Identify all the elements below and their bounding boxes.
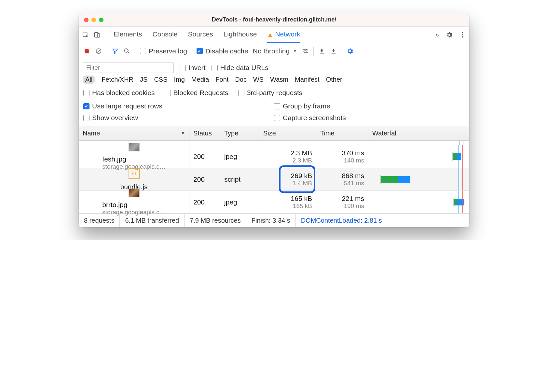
svg-point-11 — [125, 49, 128, 52]
col-name-label: Name — [83, 130, 100, 137]
filter-chip-doc[interactable]: Doc — [235, 76, 247, 83]
preserve-log-label: Preserve log — [149, 47, 187, 55]
window-controls — [84, 18, 103, 22]
device-toolbar-icon[interactable] — [94, 31, 101, 38]
large-rows-label: Use large request rows — [92, 102, 162, 110]
more-tabs-button[interactable]: » — [435, 31, 439, 38]
capture-screenshots-checkbox[interactable]: Capture screenshots — [274, 114, 346, 122]
panel-tabs: ElementsConsoleSourcesLighthouseNetwork … — [79, 27, 469, 43]
time-latency: 140 ms — [344, 157, 364, 164]
col-time[interactable]: Time — [316, 126, 368, 140]
table-row[interactable]: bundle.js200script269 kB1.4 MB868 ms541 … — [79, 168, 469, 191]
sort-desc-icon: ▼ — [181, 131, 185, 136]
resource-type-filters: AllFetch/XHRJSCSSImgMediaFontDocWSWasmMa… — [79, 75, 469, 87]
invert-checkbox[interactable]: Invert — [180, 64, 206, 72]
filter-chip-img[interactable]: Img — [174, 76, 185, 83]
zoom-window-button[interactable] — [99, 18, 103, 22]
col-type-label: Type — [224, 130, 238, 137]
extra-filters: Has blocked cookies Blocked Requests 3rd… — [79, 87, 469, 99]
status-value: 200 — [193, 153, 216, 161]
filter-chip-font[interactable]: Font — [215, 76, 228, 83]
tab-lighthouse[interactable]: Lighthouse — [224, 27, 257, 43]
large-rows-checkbox[interactable]: Use large request rows — [83, 102, 162, 110]
col-size[interactable]: Size — [259, 126, 316, 140]
col-name[interactable]: Name ▼ — [79, 126, 189, 140]
size-resource: 2.3 MB — [293, 157, 312, 164]
network-conditions-icon[interactable] — [302, 48, 309, 55]
time-latency: 190 ms — [344, 203, 364, 210]
tab-label: Network — [275, 30, 300, 38]
third-party-label: 3rd-party requests — [247, 89, 302, 97]
filter-chip-js[interactable]: JS — [140, 76, 147, 83]
type-value: script — [224, 175, 255, 183]
filter-chip-fetchxhr[interactable]: Fetch/XHR — [102, 76, 133, 83]
filter-chip-all[interactable]: All — [83, 76, 95, 84]
view-options: Use large request rows Group by frame — [79, 99, 469, 114]
col-status[interactable]: Status — [189, 126, 220, 140]
requests-table-header: Name ▼ Status Type Size Time Waterfall — [79, 126, 469, 141]
tab-label: Console — [153, 30, 178, 38]
clear-icon[interactable] — [95, 48, 102, 55]
chevron-down-icon: ▼ — [293, 49, 297, 53]
tab-console[interactable]: Console — [153, 27, 178, 43]
filter-chip-manifest[interactable]: Manifest — [295, 76, 320, 83]
network-settings-icon[interactable] — [347, 48, 354, 55]
col-waterfall[interactable]: Waterfall — [368, 126, 469, 140]
tab-sources[interactable]: Sources — [188, 27, 213, 43]
blocked-requests-checkbox[interactable]: Blocked Requests — [165, 89, 228, 97]
tab-network[interactable]: Network — [267, 27, 300, 43]
settings-icon[interactable] — [446, 31, 453, 38]
filter-chip-css[interactable]: CSS — [154, 76, 167, 83]
waterfall-bar — [452, 153, 461, 160]
tab-elements[interactable]: Elements — [114, 27, 142, 43]
resources-size: 7.9 MB resources — [185, 214, 246, 227]
col-type[interactable]: Type — [220, 126, 259, 140]
throttling-select[interactable]: No throttling ▼ — [253, 47, 297, 55]
view-options-2: Show overview Capture screenshots — [79, 114, 469, 126]
blocked-requests-label: Blocked Requests — [173, 89, 228, 97]
filter-chip-other[interactable]: Other — [326, 76, 342, 83]
has-blocked-cookies-checkbox[interactable]: Has blocked cookies — [83, 89, 155, 97]
image-thumbnail — [129, 143, 140, 151]
close-window-button[interactable] — [84, 18, 89, 22]
request-name: brrto.jpg — [102, 201, 165, 209]
svg-point-13 — [306, 52, 308, 53]
status-bar: 8 requests 6.1 MB transferred 7.9 MB res… — [79, 214, 469, 227]
tab-label: Sources — [188, 30, 213, 38]
show-overview-label: Show overview — [92, 114, 138, 122]
col-waterfall-label: Waterfall — [372, 130, 398, 137]
svg-rect-3 — [270, 35, 270, 35]
kebab-menu-icon[interactable] — [459, 31, 466, 38]
download-har-icon[interactable] — [330, 48, 337, 55]
tab-label: Elements — [114, 30, 142, 38]
filter-chip-ws[interactable]: WS — [253, 76, 264, 83]
show-overview-checkbox[interactable]: Show overview — [83, 114, 138, 122]
third-party-checkbox[interactable]: 3rd-party requests — [238, 89, 302, 97]
svg-rect-2 — [97, 34, 100, 37]
svg-point-8 — [85, 49, 89, 53]
filter-row: Invert Hide data URLs — [79, 59, 469, 75]
record-icon[interactable] — [83, 48, 90, 55]
svg-point-6 — [462, 34, 463, 35]
svg-rect-4 — [270, 36, 270, 36]
size-resource: 165 kB — [293, 203, 312, 210]
disable-cache-checkbox[interactable]: Disable cache — [197, 47, 248, 55]
svg-point-7 — [462, 36, 463, 37]
search-icon[interactable] — [123, 48, 130, 55]
minimize-window-button[interactable] — [91, 18, 96, 22]
upload-har-icon[interactable] — [318, 48, 325, 55]
requests-count: 8 requests — [79, 214, 120, 227]
finish-time: Finish: 3.34 s — [246, 214, 296, 227]
preserve-log-checkbox[interactable]: Preserve log — [140, 47, 187, 55]
filter-chip-wasm[interactable]: Wasm — [270, 76, 288, 83]
hide-data-urls-checkbox[interactable]: Hide data URLs — [212, 64, 268, 72]
table-row[interactable]: brrto.jpgstorage.googleapis.c…200jpeg165… — [79, 191, 469, 214]
filter-chip-media[interactable]: Media — [191, 76, 209, 83]
filter-input[interactable] — [83, 63, 174, 73]
filter-icon[interactable] — [112, 48, 119, 55]
transferred-size: 6.1 MB transferred — [120, 214, 185, 227]
group-by-frame-checkbox[interactable]: Group by frame — [274, 102, 330, 110]
inspect-element-icon[interactable] — [82, 31, 89, 38]
type-value: jpeg — [224, 153, 255, 161]
table-row[interactable]: fesh.jpgstorage.googleapis.c…200jpeg2.3 … — [79, 145, 469, 168]
